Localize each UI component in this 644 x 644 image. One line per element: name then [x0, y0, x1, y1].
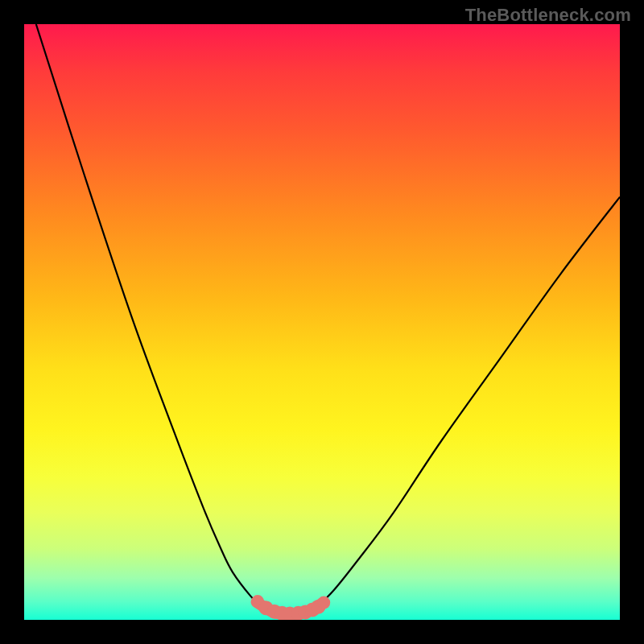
valley-marker-dot [317, 597, 330, 609]
valley-markers [251, 595, 330, 620]
left-curve [36, 24, 262, 608]
plot-area [24, 24, 620, 620]
chart-frame: TheBottleneck.com [0, 0, 644, 644]
watermark-text: TheBottleneck.com [465, 5, 631, 26]
right-curve [316, 197, 620, 609]
chart-svg [24, 24, 620, 620]
